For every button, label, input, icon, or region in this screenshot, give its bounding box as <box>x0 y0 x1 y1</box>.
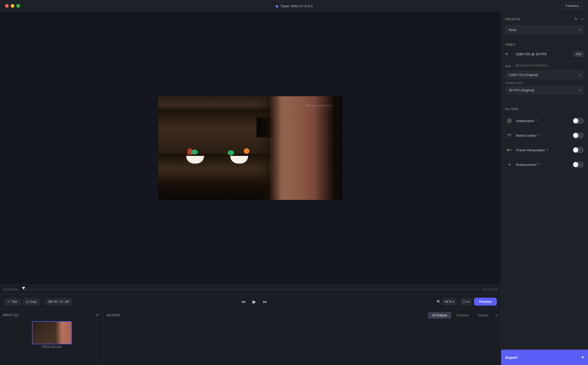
resolution-control-label: RESOLUTION CONTROL <box>516 64 584 67</box>
flower-bowl-right <box>230 156 248 164</box>
separator-1: · <box>42 299 43 304</box>
output-tabs: All Outputs Previews Exports · <box>428 312 498 319</box>
frame-rate-dropdown[interactable]: 30 FPS (Original) ▾ <box>505 86 584 94</box>
tab-separator: · <box>494 313 495 318</box>
refresh-presets-button[interactable]: ↻ <box>574 16 579 22</box>
frame-interpolation-icon <box>505 146 513 154</box>
skip-forward-button[interactable]: ⏭ <box>260 297 270 306</box>
app-logo: ◆ <box>275 4 278 8</box>
filter-stabilization: Stabilization AI <box>505 114 584 128</box>
flower-decoration-right <box>226 148 252 164</box>
preset-dropdown[interactable]: None ▾ <box>505 25 584 35</box>
add-input-button[interactable]: + <box>94 312 100 318</box>
add-preset-button[interactable]: + <box>581 16 584 22</box>
skip-back-button[interactable]: ⏮ <box>239 297 248 306</box>
zoom-select[interactable]: 46 % ▾ <box>442 298 456 305</box>
video-header: VIDEO <box>505 43 584 46</box>
output-panel: OUTPUT All Outputs Previews Exports · <box>104 309 501 365</box>
transport-controls: ⏮ ▶ ⏭ <box>239 297 270 307</box>
presets-section: PRESETS ↻ + None ▾ <box>501 12 588 39</box>
preview-button[interactable]: Preview <box>474 298 497 306</box>
interp-dot-2 <box>510 149 512 151</box>
filters-section: FILTERS Stabilization AI <box>501 103 588 350</box>
maximize-button[interactable] <box>16 4 20 8</box>
center-panel: IPPA Bloea PREMIUM 00:00:00:00 02:38:22:… <box>0 12 501 365</box>
right-sidebar: PRESETS ↻ + None ▾ VIDEO IN 1280×720 @ 3… <box>501 12 588 365</box>
timeline-bar: 00:00:00:00 02:38:22:26 <box>0 284 501 294</box>
input-panel: INPUT (1) + ··· PRED-520.mp4 <box>0 309 104 365</box>
filter-enhancement: ✦ Enhancement AI <box>505 157 584 172</box>
in-label: IN <box>505 53 512 56</box>
titlebar: ◆ Topaz Video AI v3.5.3 Feedback <box>0 0 588 12</box>
preset-chevron-down-icon: ▾ <box>579 28 581 32</box>
presets-title: PRESETS <box>505 18 520 21</box>
frame-interpolation-toggle[interactable] <box>573 147 584 153</box>
video-preview: IPPA Bloea PREMIUM <box>0 12 501 284</box>
current-time-display: 00:01:17:28 <box>45 298 72 305</box>
controls-bar: ✂ Trim ⊡ Crop · 00:01:17:28 ⏮ ▶ ⏭ 🔍 46 %… <box>0 294 501 309</box>
input-item-wrapper: ··· PRED-520.mp4 <box>3 321 100 348</box>
out-content: RESOLUTION CONTROL <box>516 64 584 69</box>
export-bar[interactable]: Export ▾ <box>501 350 588 365</box>
minimize-button[interactable] <box>11 4 14 8</box>
enhancement-toggle[interactable] <box>573 162 584 168</box>
output-dot <box>496 314 498 316</box>
tab-previews[interactable]: Previews <box>452 312 473 319</box>
motion-deblur-toggle[interactable] <box>573 132 584 138</box>
separator-line <box>505 61 584 61</box>
crop-icon: ⊡ <box>26 300 29 304</box>
play-button[interactable]: ▶ <box>249 297 259 307</box>
timeline-track[interactable] <box>22 289 481 290</box>
edit-button[interactable]: Edit <box>573 51 584 57</box>
trim-label: Trim <box>11 300 17 304</box>
flower-green-right <box>228 150 234 155</box>
feedback-button[interactable]: Feedback <box>562 3 583 9</box>
export-label: Export <box>505 355 518 360</box>
tab-exports[interactable]: Exports <box>474 312 493 319</box>
flower-bowl <box>186 156 204 164</box>
window-controls[interactable] <box>5 4 20 8</box>
out-label-row: OUT RESOLUTION CONTROL <box>505 64 584 69</box>
out-section: OUT RESOLUTION CONTROL 1280×720 (Origina… <box>505 63 584 99</box>
stabilization-icon <box>505 117 513 125</box>
enhancement-label: Enhancement AI <box>516 163 573 167</box>
filters-title: FILTERS <box>505 108 519 111</box>
video-title: VIDEO <box>505 43 515 46</box>
timeline-start-time: 00:00:00:00 <box>3 288 18 291</box>
interp-dot-1 <box>507 149 509 151</box>
video-in-specs: 1280×720 @ 30 FPS <box>516 52 570 56</box>
video-watermark: IPPA Bloea PREMIUM <box>306 104 332 107</box>
motion-deblur-icon <box>505 131 513 139</box>
tab-all-outputs[interactable]: All Outputs <box>428 312 451 319</box>
interval-select[interactable]: 2 s ▾ <box>461 298 472 305</box>
separator-2: · <box>458 299 459 304</box>
filter-frame-interpolation: Frame Interpolation AI <box>505 143 584 157</box>
thumbnail-menu-button[interactable]: ··· <box>67 339 70 343</box>
flower-green <box>191 149 198 155</box>
stabilization-toggle[interactable] <box>573 118 584 124</box>
frame-rate-chevron-down-icon: ▾ <box>579 89 581 92</box>
frame-rate-label: FRAME RATE <box>505 82 584 84</box>
output-panel-header: OUTPUT All Outputs Previews Exports · <box>107 312 498 319</box>
interval-chevron-down-icon: ▾ <box>468 300 470 304</box>
timeline-playhead[interactable] <box>22 287 25 289</box>
video-thumbnail[interactable]: ··· <box>32 321 72 344</box>
crop-button[interactable]: ⊡ Crop <box>23 298 40 305</box>
presets-header: PRESETS ↻ + <box>505 16 584 22</box>
trim-button[interactable]: ✂ Trim <box>4 298 21 305</box>
close-button[interactable] <box>5 4 9 8</box>
enhancement-icon: ✦ <box>505 160 513 169</box>
zoom-value: 46 % <box>445 300 452 304</box>
main-layout: IPPA Bloea PREMIUM 00:00:00:00 02:38:22:… <box>0 12 588 365</box>
frame-rate-value: 30 FPS (Original) <box>509 88 534 92</box>
input-panel-title: INPUT (1) <box>3 313 18 317</box>
export-chevron-down-icon: ▾ <box>582 355 584 360</box>
timeline-end-time: 02:38:22:26 <box>483 288 498 291</box>
stabilization-label: Stabilization AI <box>516 119 573 123</box>
zoom-icon: 🔍 <box>437 300 441 304</box>
resolution-dropdown[interactable]: 1280×720 (Original) ▾ <box>505 71 584 79</box>
svg-rect-6 <box>507 134 511 135</box>
resolution-chevron-down-icon: ▾ <box>579 73 581 77</box>
video-section: VIDEO IN 1280×720 @ 30 FPS Edit OUT RESO… <box>501 39 588 103</box>
motion-deblur-label: Motion Deblur AI <box>516 133 573 137</box>
